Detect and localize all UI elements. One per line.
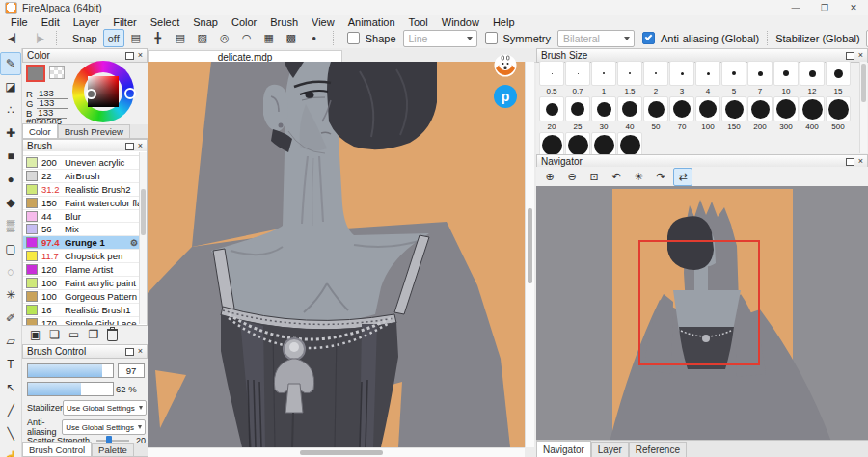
gradient-shape-tool[interactable]: ◆ — [0, 191, 21, 214]
brush-size-cell[interactable]: 4 — [695, 61, 720, 95]
color-panel-tab[interactable]: Brush Preview — [58, 124, 130, 138]
brush-list-item[interactable]: 11.7 Chopstick pen ⚙ — [23, 250, 147, 263]
brush-size-cell[interactable]: 0.7 — [565, 61, 590, 95]
brush-size-cell[interactable]: 70 — [669, 96, 694, 131]
brush-size-cell[interactable]: 12 — [800, 61, 825, 95]
brush-size-cell[interactable]: 300 — [773, 96, 799, 131]
sv-cursor[interactable] — [86, 89, 96, 99]
firealpaca-mascot-icon[interactable] — [494, 54, 517, 77]
close-panel-icon[interactable]: × — [858, 157, 863, 166]
brush-list-item[interactable]: 150 Faint watercolor flat br ⚙ — [23, 197, 147, 210]
brush-size-slider[interactable] — [27, 363, 114, 378]
brush-size-cell[interactable]: 50 — [643, 96, 668, 131]
snap-mode-button[interactable]: ▤ — [125, 29, 147, 47]
snap-mode-button[interactable]: ▦ — [258, 29, 280, 47]
save-brush-button[interactable]: ▣ — [30, 328, 41, 341]
close-button[interactable]: ✕ — [839, 0, 868, 15]
text-tool[interactable]: T — [0, 353, 21, 376]
snap-mode-button[interactable]: ▤ — [170, 29, 191, 47]
move-tool[interactable]: ✚ — [0, 121, 21, 145]
pixiv-icon[interactable]: p — [494, 85, 517, 108]
menu-item[interactable]: View — [305, 16, 341, 28]
menu-item[interactable]: Snap — [186, 16, 225, 28]
navigator-preview[interactable] — [536, 186, 868, 441]
menu-item[interactable]: Edit — [35, 16, 67, 28]
menu-item[interactable]: Animation — [341, 16, 402, 28]
hand-tool[interactable]: ☝ — [0, 445, 21, 457]
brush-size-cell[interactable]: 100 — [695, 96, 720, 131]
eyedropper-tool[interactable]: ╲ — [0, 422, 21, 445]
select-tool[interactable]: ▢ — [0, 237, 21, 260]
dock-icon[interactable] — [846, 158, 854, 166]
brush-size-cell[interactable]: 5 — [721, 61, 746, 95]
brush-size-cell[interactable]: 150 — [721, 96, 746, 131]
brush-folder-button[interactable]: ▭ — [68, 328, 79, 341]
right-dock-tab[interactable]: Layer — [591, 442, 629, 457]
menu-item[interactable]: Brush — [263, 16, 305, 28]
rotate-ccw-button[interactable]: ↶ — [607, 168, 626, 186]
menu-item[interactable]: Window — [435, 16, 486, 28]
dock-icon[interactable] — [125, 348, 134, 356]
scatter-slider[interactable] — [96, 440, 129, 442]
brush-size-cell[interactable]: 1.5 — [617, 61, 642, 95]
primary-color-swatch[interactable] — [26, 65, 45, 82]
reset-rotation-button[interactable]: ✳ — [629, 168, 648, 186]
menu-item[interactable]: Layer — [67, 16, 107, 28]
dock-icon[interactable] — [125, 52, 134, 60]
right-dock-tab[interactable]: Navigator — [536, 441, 591, 457]
brush-list-item[interactable]: 44 Blur ⚙ — [23, 210, 147, 224]
symmetry-type-dropdown[interactable]: Bilateral — [557, 30, 635, 47]
close-panel-icon[interactable]: × — [138, 142, 143, 150]
operation-tool[interactable]: ↖ — [0, 376, 21, 399]
prev-button[interactable]: ◀▏ — [4, 29, 25, 47]
brush-size-scrollbar[interactable] — [859, 62, 867, 153]
select-eraser-tool[interactable]: ▱ — [0, 330, 21, 353]
zoom-in-button[interactable]: ⊕ — [540, 168, 559, 186]
zoom-out-button[interactable]: ⊖ — [562, 168, 582, 186]
left-dock-tab[interactable]: Brush Control — [22, 442, 92, 456]
menu-item[interactable]: Color — [225, 16, 263, 28]
brush-size-cell[interactable]: 30 — [591, 96, 616, 131]
snap-mode-button[interactable]: ▩ — [281, 29, 302, 47]
brush-size-cell[interactable]: 2 — [643, 61, 668, 95]
brush-size-cell[interactable] — [591, 132, 616, 154]
gradient-tool[interactable]: ▒ — [0, 214, 21, 237]
brush-list-item[interactable]: 22 AirBrush ⚙ — [23, 170, 147, 183]
menu-item[interactable]: Help — [486, 16, 522, 28]
duplicate-brush-button[interactable]: ❐ — [88, 328, 98, 341]
brush-list-scrollbar[interactable] — [139, 152, 147, 324]
shape-type-dropdown[interactable]: Line — [403, 30, 477, 47]
menu-item[interactable]: Tool — [402, 16, 435, 28]
maximize-button[interactable]: ❐ — [810, 0, 839, 15]
snap-mode-button[interactable]: ◎ — [214, 29, 235, 47]
brush-size-cell[interactable]: 0.5 — [539, 61, 564, 95]
brush-size-cell[interactable]: 500 — [826, 96, 851, 131]
zoom-reset-button[interactable]: ⊡ — [584, 168, 604, 186]
stabilizer-setting-dropdown[interactable]: Use Global Settings — [63, 400, 147, 416]
brush-size-cell[interactable]: 200 — [747, 96, 773, 131]
rotate-cw-button[interactable]: ↷ — [651, 168, 670, 186]
brush-size-cell[interactable]: 7 — [747, 61, 773, 95]
brush-size-cell[interactable]: 3 — [669, 61, 694, 95]
opacity-slider[interactable] — [27, 382, 114, 396]
hue-cursor[interactable] — [124, 88, 136, 99]
eraser-tool[interactable]: ◪ — [0, 75, 21, 98]
line-tool[interactable]: ╱ — [0, 399, 21, 422]
dot-tool[interactable]: ∴ — [0, 98, 21, 121]
new-brush-button[interactable]: ❏ — [49, 328, 60, 341]
magic-wand-tool[interactable]: ✳ — [0, 283, 21, 307]
brush-list-item[interactable]: 120 Flame Artist ⚙ — [23, 263, 147, 277]
close-panel-icon[interactable]: × — [138, 51, 143, 60]
brush-size-cell[interactable]: 25 — [565, 96, 590, 131]
brush-size-cell[interactable]: 1 — [591, 61, 616, 95]
secondary-color-swatch[interactable] — [49, 66, 65, 79]
brush-size-cell[interactable]: 400 — [800, 96, 825, 131]
snap-mode-button[interactable]: off — [103, 29, 124, 47]
brush-size-cell[interactable] — [617, 132, 642, 154]
close-panel-icon[interactable]: × — [138, 347, 143, 356]
brush-list-item[interactable]: 200 Uneven acrylic ⚙ — [23, 156, 147, 170]
dock-icon[interactable] — [125, 143, 134, 150]
symmetry-checkbox[interactable] — [485, 32, 498, 44]
snap-mode-button[interactable]: ╋ — [148, 29, 169, 47]
canvas-vertical-scrollbar[interactable] — [525, 62, 534, 447]
